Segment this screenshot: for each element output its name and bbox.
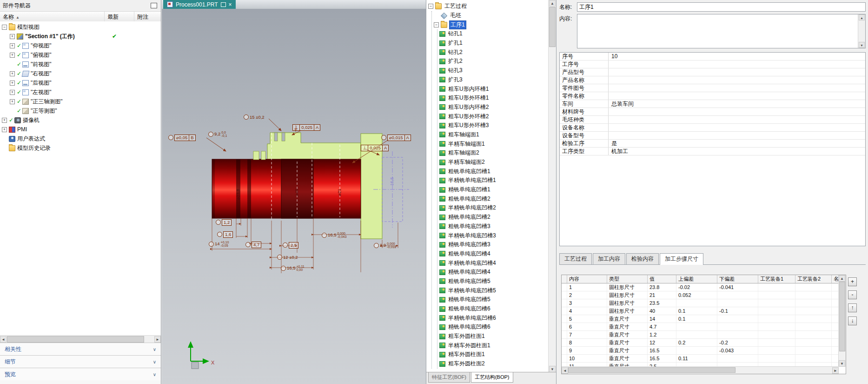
move-down-button[interactable]: ↓ (848, 317, 857, 325)
dimension-cell[interactable]: 21 (648, 291, 676, 299)
blank-item[interactable]: 毛坯 (434, 11, 549, 20)
scroll-down-arrow[interactable]: ▼ (549, 366, 556, 372)
step-label[interactable]: 粗车外圆柱面2 (447, 360, 486, 368)
property-value[interactable]: 机加工 (609, 148, 628, 155)
scroll-up-arrow[interactable]: ▲ (859, 14, 865, 20)
dimension-cell[interactable] (832, 307, 839, 315)
dimension-cell[interactable]: 0.052 (676, 291, 717, 299)
dimension-cell[interactable] (676, 331, 717, 338)
dimension-cell[interactable] (676, 347, 717, 354)
visibility-check-icon[interactable]: ✓ (17, 108, 21, 114)
process-view-tab[interactable]: 特征工艺(BOF) (428, 372, 470, 383)
dimension-cell[interactable]: 40 (648, 307, 676, 315)
property-value[interactable]: 是 (609, 140, 617, 147)
dimension-cell[interactable] (795, 347, 832, 354)
node-label[interactable]: "Section #1" (工作) (25, 33, 75, 40)
dimension-cell[interactable]: -0.2 (717, 339, 758, 346)
step-label[interactable]: 半精铣单纯底凹槽3 (447, 232, 497, 240)
step-label[interactable]: 半精车轴端面1 (447, 140, 486, 148)
step-label[interactable]: 粗车U形内环槽1 (447, 85, 490, 93)
dimension-cell[interactable] (758, 283, 795, 291)
process-step[interactable]: 粗铣单纯底凹槽4 (439, 249, 549, 259)
dimension-cell[interactable]: 14 (648, 315, 676, 323)
blank-label[interactable]: 毛坯 (449, 12, 462, 20)
process-step[interactable]: 半精铣单纯底凹槽2 (439, 203, 549, 213)
step-label[interactable]: 粗铣单纯底凹槽2 (447, 195, 491, 203)
property-row[interactable]: 车间总装车间 (560, 100, 865, 108)
dimension-cell[interactable] (758, 331, 795, 338)
dimension-cell[interactable] (832, 323, 839, 330)
column-latest[interactable]: 最新 (105, 12, 134, 22)
navigator-item[interactable]: +✓"后视图" (0, 78, 161, 88)
step-label[interactable]: 精铣单纯底凹槽4 (447, 268, 491, 276)
node-label[interactable]: 摄像机 (23, 116, 40, 124)
visibility-check-icon[interactable]: ✓ (17, 70, 21, 77)
property-value[interactable]: 10 (609, 53, 617, 60)
step-label[interactable]: 半精铣单纯底凹槽4 (447, 259, 497, 267)
process-step[interactable]: 粗铣单纯底凹槽6 (439, 304, 549, 314)
dimension-cell[interactable]: 8 (567, 339, 607, 346)
dimension-cell[interactable]: -0.02 (676, 283, 717, 291)
dimension-cell[interactable]: -0.041 (717, 283, 758, 291)
node-label[interactable]: "俯视图" (31, 51, 52, 59)
process-view-tab[interactable]: 工艺结构(BOP) (471, 372, 513, 383)
visibility-check-icon[interactable]: ✓ (17, 80, 21, 86)
property-row[interactable]: 毛坯种类 (560, 116, 865, 124)
process-step[interactable]: 半精铣单纯底凹槽3 (439, 231, 549, 240)
dimension-cell[interactable]: 12 (648, 339, 676, 346)
process-root-label[interactable]: 工艺过程 (444, 2, 468, 10)
process-root[interactable]: −工艺过程 (428, 2, 549, 11)
dimension-cell[interactable] (832, 283, 839, 291)
move-up-button[interactable]: ↑ (848, 303, 857, 312)
step-label[interactable]: 粗铣单纯底凹槽1 (447, 168, 491, 175)
dimension-cell[interactable]: 1 (567, 283, 607, 291)
row-selector[interactable] (562, 291, 567, 299)
row-selector[interactable] (562, 307, 567, 315)
step-label[interactable]: 粗车轴端面1 (447, 131, 480, 139)
remove-row-button[interactable]: - (848, 290, 857, 299)
restore-window-icon[interactable] (221, 2, 226, 7)
process-step[interactable]: 精铣单纯底凹槽2 (439, 213, 549, 222)
process-step[interactable]: 精车外圆柱面1 (439, 350, 549, 359)
process-step[interactable]: 粗铣单纯底凹槽5 (439, 277, 549, 286)
dimension-cell[interactable] (795, 331, 832, 338)
dimension-cell[interactable]: 23.8 (648, 283, 676, 291)
collapsible-section[interactable]: 相关性∨ (0, 343, 161, 355)
dimension-cell[interactable] (832, 339, 839, 346)
process-step[interactable]: 半精铣单纯底凹槽4 (439, 258, 549, 268)
step-label[interactable]: 粗车轴端面2 (447, 149, 480, 157)
step-label[interactable]: 精铣单纯底凹槽6 (447, 323, 491, 331)
dimension-cell[interactable] (717, 315, 758, 323)
collapsible-section[interactable]: 预览∨ (0, 368, 161, 380)
scrollbar-thumb[interactable] (549, 7, 556, 47)
dimension-cell[interactable]: 7 (567, 331, 607, 338)
dimension-cell[interactable]: 2 (567, 291, 607, 299)
process-step[interactable]: 粗车U形内环槽2 (439, 103, 549, 112)
dimension-cell[interactable] (832, 291, 839, 299)
node-label[interactable]: "左视图" (31, 88, 52, 96)
column-note[interactable]: 附注 (134, 12, 161, 22)
step-label[interactable]: 半精车外圆柱面1 (447, 342, 491, 350)
dimension-table-row[interactable]: 6垂直尺寸4.7 (562, 323, 839, 331)
step-label[interactable]: 精车外圆柱面1 (447, 350, 486, 358)
name-input[interactable] (577, 2, 866, 12)
navigator-item[interactable]: +✓"正三轴测图" (0, 97, 161, 106)
process-step[interactable]: 精铣单纯底凹槽5 (439, 295, 549, 304)
dimension-column-header[interactable]: 值 (648, 275, 676, 283)
step-label[interactable]: 粗铣单纯底凹槽3 (447, 222, 491, 230)
operation-label[interactable]: 工序1 (449, 20, 466, 29)
step-label[interactable]: 扩孔1 (447, 39, 464, 47)
expand-toggle[interactable]: − (2, 25, 7, 30)
dimension-cell[interactable] (758, 355, 795, 362)
dimension-cell[interactable]: 0.1 (676, 315, 717, 323)
visibility-check-icon[interactable]: ✓ (17, 89, 21, 95)
property-row[interactable]: 序号10 (560, 53, 865, 61)
dimension-cell[interactable]: 6 (567, 323, 607, 330)
dimension-cell[interactable] (717, 331, 758, 338)
process-step[interactable]: 精铣单纯底凹槽1 (439, 185, 549, 195)
dimension-cell[interactable] (676, 299, 717, 307)
step-label[interactable]: 钻孔3 (447, 67, 464, 74)
dimension-cell[interactable] (832, 347, 839, 354)
row-selector[interactable] (562, 283, 567, 291)
dimension-cell[interactable] (795, 291, 832, 299)
